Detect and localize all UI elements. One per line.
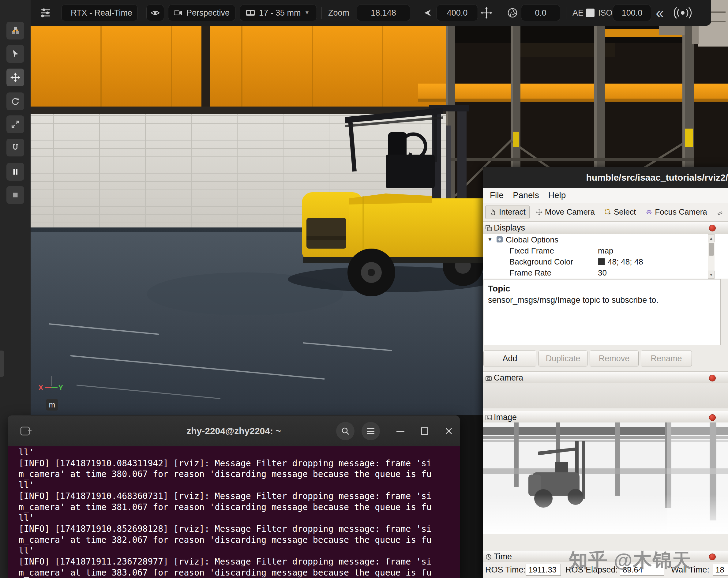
terminal-menu-button[interactable] (362, 422, 380, 440)
close-button[interactable] (440, 422, 458, 440)
terminal-output[interactable]: ll' [INFO] [1741871910.084311942] [rviz]… (8, 446, 460, 578)
broadcast-icon (674, 6, 692, 19)
new-tab-icon (20, 426, 32, 436)
background-color-value[interactable]: 48; 48; 48 (598, 257, 643, 267)
tool-select[interactable]: Select (601, 205, 640, 219)
exposure-field[interactable]: 0.0 (521, 5, 560, 21)
time-close-button[interactable] (709, 553, 716, 560)
camera-speed-field[interactable]: 400.0 (437, 5, 478, 21)
focus-camera-icon (646, 209, 652, 215)
displays-panel-header[interactable]: Displays (483, 221, 728, 234)
displays-close-button[interactable] (709, 225, 716, 232)
ae-toggle[interactable] (586, 8, 595, 17)
fixed-frame-value[interactable]: map (598, 246, 614, 256)
displays-tree[interactable]: ▼ Global Options Fixed Frame map Backgro… (483, 234, 728, 279)
panel-handle[interactable] (0, 350, 4, 377)
wall-time-field[interactable]: 18 (713, 564, 728, 576)
terminal-line: ll' (19, 480, 460, 491)
terminal-titlebar[interactable]: zhy-2204@zhy2204: ~ (8, 415, 460, 446)
remove-button[interactable]: Remove (590, 350, 639, 366)
tree-item-frame-rate[interactable]: Frame Rate (510, 268, 551, 278)
terminal-line: [INFO] [1741871910.468360731] [rviz]: Me… (19, 491, 460, 502)
axis-x-label: X (38, 383, 44, 392)
viewport-settings-button[interactable] (37, 0, 53, 26)
orange-wall (31, 24, 455, 107)
minimize-button[interactable] (391, 422, 410, 440)
render-mode-button[interactable]: RTX - Real-Time (61, 5, 138, 21)
zoom-value-field[interactable]: 18.148 (357, 5, 410, 21)
axis-y-label: Y (58, 383, 63, 392)
tree-item-global-options[interactable]: Global Options (506, 235, 558, 245)
new-tab-button[interactable] (17, 422, 35, 440)
image-close-button[interactable] (709, 414, 716, 421)
rename-button[interactable]: Rename (641, 350, 692, 366)
stage-layers-button[interactable] (6, 22, 24, 40)
projection-label: Perspective (186, 8, 230, 18)
aperture-icon (504, 0, 520, 26)
rotate-tool-button[interactable] (6, 93, 24, 110)
lens-label: 17 - 35 mm (259, 8, 301, 18)
iso-value: 100.0 (622, 8, 643, 18)
visibility-button[interactable] (146, 5, 164, 21)
frame-rate-value[interactable]: 30 (598, 268, 607, 278)
expander-triangle-icon[interactable]: ▼ (487, 237, 493, 243)
collapse-chevrons-button[interactable]: « (656, 0, 664, 26)
scroll-up-button[interactable]: ▲ (708, 234, 714, 242)
maximize-button[interactable] (415, 422, 434, 440)
hand-icon (489, 209, 497, 216)
terminal-search-button[interactable] (336, 422, 355, 440)
move-tool-button[interactable] (6, 69, 24, 86)
camera-close-button[interactable] (709, 375, 716, 382)
select-tool-button[interactable] (6, 45, 24, 63)
frame-target-button[interactable] (478, 0, 495, 26)
camera-speed-value: 400.0 (447, 8, 468, 18)
camera-speed-icon (420, 0, 435, 26)
scroll-down-button[interactable]: ▼ (708, 271, 714, 279)
terminal-line: [INFO] [1741871910.852698128] [rviz]: Me… (19, 524, 460, 534)
tool-interact-label: Interact (499, 207, 526, 217)
menu-panels[interactable]: Panels (508, 188, 544, 203)
scale-icon (11, 120, 20, 129)
property-help-box: Topic sensor_msgs/msg/Image topic to sub… (484, 279, 721, 345)
search-icon (341, 427, 349, 435)
eye-icon (151, 9, 160, 17)
menu-file[interactable]: File (485, 188, 508, 203)
exposure-value: 0.0 (535, 8, 546, 18)
layers-cube-icon (10, 26, 20, 35)
tree-item-fixed-frame[interactable]: Fixed Frame (510, 246, 554, 256)
tree-item-background-color[interactable]: Background Color (510, 257, 573, 267)
rviz-titlebar[interactable]: humble/src/isaac_tutorials/rviz2/ (483, 167, 728, 188)
stop-button[interactable] (6, 186, 24, 204)
camera-projection-button[interactable]: Perspective (168, 5, 235, 21)
image-panel-header[interactable]: Image (483, 411, 728, 424)
axis-x-line (45, 387, 51, 388)
add-button[interactable]: Add (484, 350, 536, 366)
scrollbar-track[interactable] (708, 242, 714, 271)
camera-panel-header[interactable]: Camera (483, 371, 728, 384)
ros-time-field[interactable]: 1911.33 (526, 564, 561, 576)
color-swatch (598, 258, 605, 265)
pause-button[interactable] (6, 163, 24, 181)
camera-lens-button[interactable]: 17 - 35 mm ▼ (240, 5, 317, 21)
iso-field[interactable]: 100.0 (613, 5, 651, 21)
tool-interact[interactable]: Interact (485, 205, 529, 219)
tool-move-camera[interactable]: Move Camera (532, 205, 598, 219)
tool-select-label: Select (614, 207, 636, 217)
zoom-value: 18.148 (371, 8, 396, 18)
cursor-icon (11, 49, 20, 58)
duplicate-button[interactable]: Duplicate (539, 350, 588, 366)
scale-tool-button[interactable] (6, 115, 24, 133)
scrollbar-thumb[interactable] (709, 243, 714, 256)
tool-focus-camera[interactable]: Focus Camera (642, 205, 711, 219)
terminal-line: m_camera' at time 382.067 for reason 'di… (19, 534, 460, 546)
snap-tool-button[interactable] (6, 139, 24, 156)
chevron-down-icon: ▼ (305, 10, 310, 16)
displays-panel-title: Displays (494, 223, 525, 233)
terminal-line: [INFO] [1741871910.084311942] [rviz]: Me… (19, 458, 460, 469)
rviz-menubar: File Panels Help (483, 188, 728, 203)
tool-clipped[interactable] (714, 205, 726, 219)
capture-broadcast-button[interactable] (673, 0, 693, 26)
rviz-toolbar: Interact Move Camera Select (483, 203, 728, 221)
move-camera-icon (536, 209, 543, 215)
menu-help[interactable]: Help (544, 188, 571, 203)
